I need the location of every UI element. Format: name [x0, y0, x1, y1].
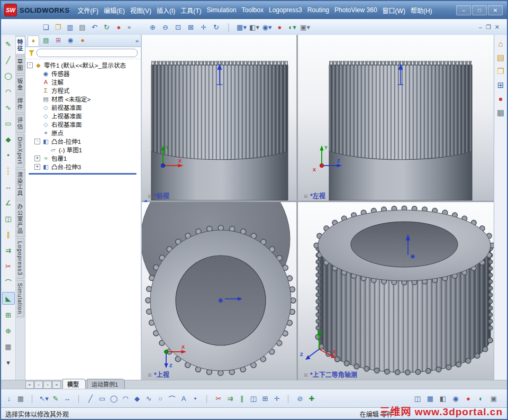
display-style-icon[interactable]: ◧	[438, 392, 448, 404]
trim-icon[interactable]: ✂	[214, 392, 223, 404]
circular-pattern-icon[interactable]: ⊕	[3, 325, 14, 336]
feature-tree-item[interactable]: ◇ 上视基准面	[25, 112, 141, 120]
menu-item[interactable]: Logopress3	[266, 5, 305, 15]
zoom-out-icon[interactable]: ⊖	[160, 22, 171, 33]
smart-dimension-icon[interactable]: ↔	[62, 392, 72, 404]
arc-icon[interactable]: ◠	[121, 392, 130, 404]
hide-items-icon[interactable]: ◉	[451, 392, 460, 404]
circle-icon[interactable]: ◯	[109, 392, 119, 404]
more-tools-icon[interactable]: ▾	[3, 357, 14, 368]
separator-icon[interactable]: │	[284, 392, 293, 404]
convert-entities-icon[interactable]: ⇉	[3, 244, 14, 256]
featuremanager-tree-icon[interactable]: ♦	[28, 35, 39, 46]
commandmanager-tab[interactable]: 焊件	[16, 95, 25, 113]
tree-filter-input[interactable]	[37, 49, 138, 57]
feature-tree-item[interactable]: A 注解	[25, 78, 141, 86]
study-tab[interactable]: 模型	[62, 379, 86, 389]
tree-expander[interactable]	[34, 122, 40, 127]
rollback-bar[interactable]	[29, 173, 137, 175]
menu-item[interactable]: 帮助(H)	[408, 4, 435, 16]
tree-expander[interactable]	[42, 147, 48, 153]
display-style-icon[interactable]: ◧▾	[249, 22, 260, 33]
configurationmanager-icon[interactable]: ⊞	[53, 35, 64, 45]
doc-restore-button[interactable]: ❐	[486, 24, 491, 31]
tree-expander[interactable]: +	[34, 164, 40, 170]
spline-icon[interactable]: ∿	[144, 392, 153, 404]
feature-tree-item[interactable]: ◇ 前视基准面	[25, 103, 141, 112]
study-tab[interactable]: 运动算例1	[87, 379, 125, 389]
separator-icon[interactable]: │	[202, 392, 212, 404]
feature-tree-item[interactable]: ◉ 传感器	[25, 69, 141, 78]
arc-icon[interactable]: ◠	[3, 86, 14, 97]
commandmanager-tab[interactable]: 办公室产品	[16, 200, 25, 238]
tree-expander[interactable]: +	[34, 156, 40, 161]
print-icon[interactable]: ▤	[77, 22, 88, 33]
commandmanager-tab[interactable]: Logopress3	[16, 238, 24, 279]
sketch-picture-icon[interactable]: ▦	[3, 341, 14, 352]
point-icon[interactable]: •	[3, 149, 14, 161]
rectangle-icon[interactable]: ▭	[97, 392, 107, 404]
polygon-icon[interactable]: ◆	[132, 392, 142, 404]
linear-pattern-icon[interactable]: ⊞	[260, 392, 270, 404]
prev-tab-button[interactable]: ‹	[34, 381, 43, 389]
feature-tree-item[interactable]: + ◧ 凸台-拉伸3	[25, 162, 141, 171]
view-palette-icon[interactable]: ⊞	[497, 80, 504, 89]
trim-icon[interactable]: ✂	[3, 260, 14, 272]
relation-icon[interactable]: ∠	[3, 197, 14, 208]
home-icon[interactable]: ⌂	[498, 39, 503, 48]
minimize-button[interactable]: –	[456, 5, 471, 15]
offset-icon[interactable]: ∥	[3, 229, 14, 240]
edit-appearance-icon[interactable]: ●	[113, 22, 124, 33]
tree-expander[interactable]	[34, 130, 40, 136]
pan-icon[interactable]: ✛	[198, 22, 209, 33]
tree-expander[interactable]	[34, 113, 40, 119]
menu-item[interactable]: 工具(T)	[178, 4, 204, 16]
open-document-icon[interactable]: ❐	[52, 22, 64, 33]
edit-appearance-icon[interactable]: ●	[464, 392, 473, 404]
menu-item[interactable]: Simulation	[204, 5, 239, 15]
commandmanager-tab[interactable]: 评估	[16, 114, 25, 133]
feature-tree-item[interactable]: Σ 方程式	[25, 86, 141, 95]
close-button[interactable]: ✕	[488, 5, 503, 15]
rotate-view-icon[interactable]: ↻	[211, 22, 222, 33]
next-tab-button[interactable]: ›	[43, 381, 52, 389]
rebuild-icon[interactable]: ↻	[101, 22, 112, 33]
custom-properties-icon[interactable]: ▦	[497, 108, 504, 117]
tree-expander[interactable]: -	[34, 139, 40, 144]
file-explorer-icon[interactable]: ❐	[497, 67, 504, 76]
section-view-icon[interactable]: ◫	[413, 392, 422, 404]
move-icon[interactable]: ✛	[272, 392, 282, 404]
menu-item[interactable]: 文件(F)	[75, 4, 101, 16]
camera-icon[interactable]: ▣	[489, 392, 498, 404]
menu-item[interactable]: Toolbox	[239, 5, 266, 15]
feature-tree-item[interactable]: ▤ 材质 <未指定>	[25, 95, 141, 103]
commandmanager-tab[interactable]: DimXpert	[16, 134, 24, 168]
appearance-ball-icon[interactable]: ●	[274, 22, 285, 33]
displaymanager-icon[interactable]: ●	[77, 35, 88, 45]
doc-minimize-button[interactable]: –	[479, 24, 482, 31]
feature-tree-item[interactable]: ⌖ 原点	[25, 129, 141, 137]
text-icon[interactable]: A	[179, 392, 188, 404]
new-document-icon[interactable]: ❏	[40, 22, 51, 33]
last-tab-button[interactable]: »	[52, 381, 61, 389]
repair-sketch-icon[interactable]: ✚	[307, 392, 316, 404]
tree-expander[interactable]	[34, 88, 40, 94]
tree-expander[interactable]: -	[27, 62, 33, 68]
save-icon[interactable]: ▥	[65, 22, 76, 33]
mirror-icon[interactable]: ◫	[249, 392, 258, 404]
separator-icon[interactable]: │	[74, 392, 84, 404]
ellipse-icon[interactable]: ○	[156, 392, 165, 404]
commandmanager-tab[interactable]: 草图	[16, 56, 25, 74]
menu-item[interactable]: Routing	[305, 5, 332, 15]
centerline-icon[interactable]: ┆	[3, 165, 14, 177]
hide-show-items-icon[interactable]: ◉▾	[261, 22, 273, 33]
view-orientation-icon[interactable]: ▦▾	[236, 22, 247, 33]
select-icon[interactable]: ↖▾	[39, 392, 49, 404]
linear-pattern-icon[interactable]: ⊞	[3, 309, 14, 321]
view-orientation-icon[interactable]: ▦	[425, 392, 435, 404]
menu-item[interactable]: PhotoView 360	[332, 5, 380, 15]
line-icon[interactable]: ╱	[3, 54, 14, 66]
dimxpertmanager-icon[interactable]: ◉	[65, 35, 76, 45]
propertymanager-icon[interactable]: ▤	[41, 35, 51, 45]
tree-expander[interactable]	[34, 96, 40, 102]
